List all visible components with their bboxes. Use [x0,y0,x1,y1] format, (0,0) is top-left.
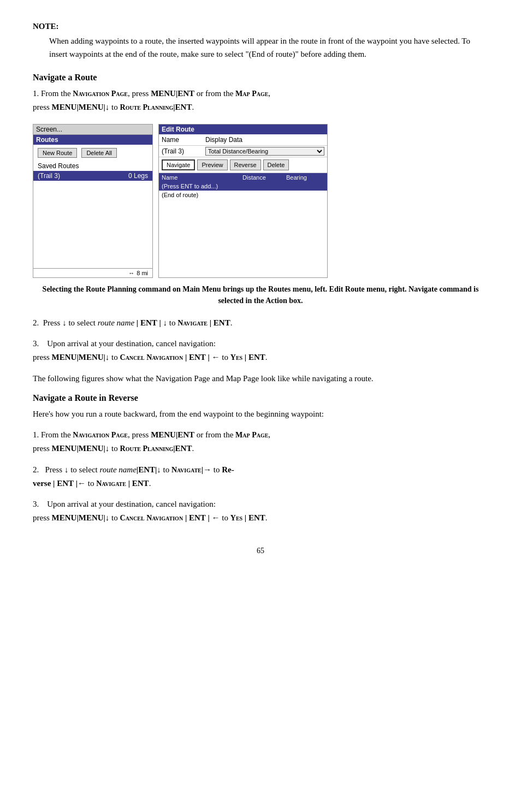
action-row: Navigate Preview Reverse Delete [159,157,327,173]
step3-ent2: ENT [248,353,265,361]
rev-step2-navigate2: Navigate [96,479,126,488]
step1-period: . [192,103,194,111]
step2-pipe2: | [159,318,161,327]
delete-action-btn[interactable]: Delete [263,159,289,170]
step3-menu1: MENU [52,353,77,361]
rev-step3-pipe5: | [245,513,246,522]
step1-route-planning: Route Planning [120,103,174,111]
rev-step2-route-name: route name [100,465,137,474]
step1-map-page: Map Page [235,90,268,98]
step2-route-name: route name [98,318,134,327]
step1-press: press [33,103,52,111]
rev-step2-down1: ↓ [64,465,69,474]
rev-step2-pipe3: | [53,479,55,488]
rev-step2-arr: |→ [202,465,211,474]
routes-panel: Screen... Routes New Route Delete All Sa… [33,124,153,278]
rev-step3-pipe3: | [185,513,187,522]
reverse-step1-para: 1. From the Navigation Page, press MENU|… [33,428,488,455]
step1-menu3: MENU [79,103,104,111]
step2-pipe3: | [210,318,211,327]
rev-step2-left: |← [76,479,86,488]
display-data-label: Display Data [205,136,324,144]
routes-empty-body [33,181,152,268]
reverse-step2-para: 2. Press ↓ to select route name|ENT|↓ to… [33,463,488,490]
rev-step1-before: 1. From the [33,430,73,439]
step1-ent2: ENT [175,103,192,111]
screen-bar: Screen... [33,125,152,135]
figure-area: Screen... Routes New Route Delete All Sa… [33,124,488,278]
rev-step1-ent2: ENT [175,444,192,453]
end-of-route-text: (End of route) [162,192,242,198]
rev-step3-yes: Yes [230,514,242,522]
following-text: The following figures show what the Navi… [33,372,488,386]
rev-step2-ent2: ENT [57,479,74,488]
name-display-row: Name Display Data [159,134,327,146]
step2-ent2: ENT [214,318,230,327]
step1-para: 1. From the Navigation Page, press MENU|… [33,87,488,114]
reverse-action-btn[interactable]: Reverse [230,159,261,170]
navigate-action-btn[interactable]: Navigate [162,159,195,170]
rev-step1-menu2: MENU [52,444,77,453]
trail3-legs: 0 Legs [128,172,148,180]
rev-step1-route-planning: Route Planning [120,444,174,453]
rev-step3-pipe4: | [208,513,210,522]
rev-step1-menu3: MENU [79,444,104,453]
rev-step1-period: . [192,444,194,453]
note-body: When adding waypoints to a route, the in… [49,34,488,61]
navigate-route-heading: Navigate a Route [33,73,488,82]
step3-pipe3: | [185,353,187,361]
step1-to: to [109,103,120,111]
rev-step1-comma: , [268,430,270,439]
rev-step2-ent3: ENT [132,479,149,488]
rev-step1-press: press [33,444,52,453]
col-name: Name [162,174,242,181]
col-distance: Distance [242,174,286,181]
rev-step2-navigate: Navigate [171,466,202,474]
delete-all-button[interactable]: Delete All [81,148,116,158]
step3-down: ↓ [105,353,110,361]
edit-title-bar: Edit Route [159,125,327,134]
rev-step1-mid2: or from the [194,430,235,439]
rev-step3-menu2: MENU [79,513,104,522]
edit-empty-table [159,199,327,276]
rev-step3-menu1: MENU [52,513,77,522]
step1-text-before: 1. From the [33,89,73,98]
rev-step1-mid1: , press [128,430,151,439]
bottom-arrows: ↔ [128,270,134,276]
rev-step2-pipe2: |↓ [155,465,161,474]
step2-para: 2. Press ↓ to select route name | ENT | … [33,316,488,330]
rev-step1-nav-page: Navigation Page [73,431,128,439]
trail3-name: (Trail 3) [38,172,60,180]
step3-pipe4: | [208,353,210,361]
step3-left: ← [212,353,220,361]
step2-down2: ↓ [163,318,168,327]
step1-menu2: MENU [52,103,77,111]
rev-step1-ent1: ENT [177,430,194,439]
display-select[interactable]: Total Distance/Bearing [205,147,324,156]
end-of-route-row: (End of route) [159,191,327,199]
step3-para: 3. Upon arrival at your destination, can… [33,337,488,364]
trail-row: (Trail 3) 0 Legs [33,171,152,181]
step3-yes: Yes [230,353,242,361]
step1-text-mid1: , press [128,89,151,98]
step3-ent1: ENT [189,353,206,361]
preview-action-btn[interactable]: Preview [197,159,227,170]
btn-row: New Route Delete All [33,145,152,161]
reverse-intro: Here's how you run a route backward, fro… [33,407,488,421]
navigate-reverse-heading: Navigate a Route in Reverse [33,393,488,403]
rev-step1-map-page: Map Page [235,431,268,439]
step1-text-mid2: or from the [194,89,235,98]
figure-caption: Selecting the Route Planning command on … [33,283,488,306]
routes-bottom-bar: ↔ 8 mi [33,268,152,277]
bottom-mi: 8 mi [137,270,148,276]
note-heading: NOTE: [33,22,488,31]
step1-menu1: MENU [151,89,176,98]
rev-step3-ent2: ENT [248,513,265,522]
new-route-button[interactable]: New Route [38,148,77,158]
trail3-value: (Trail 3) [162,147,205,155]
name-label: Name [162,136,205,144]
table-header: Name Distance Bearing [159,173,327,182]
reverse-step3-para: 3. Upon arrival at your destination, can… [33,497,488,525]
rev-step2-ent1: ENT [138,465,155,474]
rev-step3-down: ↓ [105,513,110,522]
